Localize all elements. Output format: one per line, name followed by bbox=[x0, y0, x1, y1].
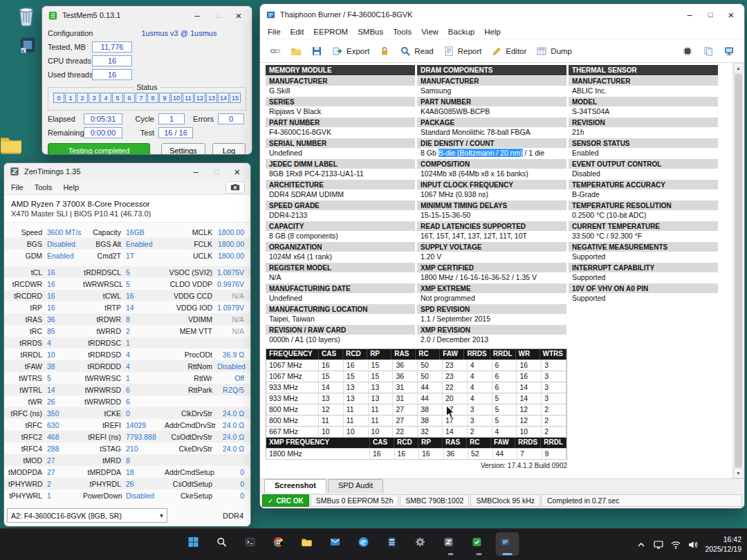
zentimings-icon[interactable] bbox=[439, 532, 462, 556]
close-button[interactable] bbox=[228, 8, 249, 23]
timing-value: 210 bbox=[126, 445, 165, 453]
log-button[interactable]: Log bbox=[212, 143, 246, 155]
chrome-icon[interactable] bbox=[268, 532, 292, 556]
thread-cell-14: 14 bbox=[218, 93, 229, 103]
scrollbar-thumb[interactable] bbox=[735, 74, 742, 467]
timing-value: 16 bbox=[47, 280, 83, 288]
tab-screenshot[interactable]: Screenshot bbox=[264, 479, 326, 493]
toolbar-label: Export bbox=[347, 47, 369, 55]
volume-icon[interactable] bbox=[688, 539, 699, 550]
recycle-bin-icon[interactable] bbox=[12, 3, 40, 29]
table-cell: 6 bbox=[492, 371, 517, 382]
used-threads-value: 16 bbox=[92, 69, 132, 80]
timing-value: 26 bbox=[126, 480, 165, 488]
field-value: 8 Gb B-die (Boltzmann / 20 nm) / 1 die bbox=[417, 148, 566, 158]
menu-file[interactable]: File bbox=[263, 26, 286, 37]
menu-help[interactable]: Help bbox=[479, 26, 506, 37]
toolbar-open-folder-button[interactable] bbox=[286, 43, 306, 59]
timing-value: 1800.00 bbox=[217, 240, 246, 248]
screenshot-camera-button[interactable] bbox=[225, 181, 245, 194]
timing-value: 1800.00 bbox=[217, 228, 246, 236]
menu-tools[interactable]: Tools bbox=[29, 181, 58, 194]
wifi-icon[interactable] bbox=[670, 539, 681, 550]
module-select-value: A2: F4-3600C16-8GVK (8GB, SR) bbox=[11, 512, 122, 520]
toolbar-monitor-button[interactable] bbox=[719, 43, 739, 59]
timing-row: tRAS36tRDWR8VDIMMN/A bbox=[4, 313, 250, 325]
table-cell: 50 bbox=[418, 360, 443, 371]
menu-edit[interactable]: Edit bbox=[286, 26, 309, 37]
edge-icon[interactable] bbox=[353, 532, 377, 556]
field-label: INTERRUPT CAPABILITY bbox=[569, 262, 718, 272]
close-button[interactable] bbox=[721, 7, 741, 22]
minimize-button[interactable] bbox=[187, 8, 208, 23]
desktop-folder-icon[interactable] bbox=[0, 131, 25, 158]
table-cell: 20 bbox=[443, 393, 468, 404]
scroll-up-button[interactable] bbox=[733, 63, 744, 73]
read-icon bbox=[400, 46, 411, 57]
table-cell: 38 bbox=[418, 416, 443, 426]
thaiphoon-icon[interactable] bbox=[495, 532, 519, 556]
mail-icon[interactable] bbox=[325, 532, 349, 556]
table-cell: 3 bbox=[542, 371, 566, 382]
module-select-dropdown[interactable]: A2: F4-3600C16-8GVK (8GB, SR) bbox=[7, 508, 167, 523]
menu-view[interactable]: View bbox=[416, 26, 443, 37]
menu-eeprom[interactable]: EEPROM bbox=[308, 26, 353, 37]
table-cell: 14 bbox=[517, 393, 542, 404]
start-button[interactable] bbox=[183, 532, 207, 556]
toolbar-clip-button[interactable] bbox=[266, 43, 285, 59]
toolbar-copy-button[interactable] bbox=[699, 43, 718, 59]
taskbar-clock[interactable]: 16:42 2025/12/19 bbox=[705, 535, 741, 554]
menu-tools[interactable]: Tools bbox=[388, 26, 416, 37]
tray-overflow-button[interactable] bbox=[636, 539, 647, 550]
scroll-down-button[interactable] bbox=[733, 468, 744, 478]
maximize-button[interactable] bbox=[206, 164, 227, 179]
timing-value: 0 bbox=[217, 468, 246, 476]
toolbar-label: Read bbox=[414, 47, 434, 55]
minimize-button[interactable] bbox=[185, 164, 206, 179]
close-button[interactable] bbox=[227, 164, 248, 179]
toolbar-read-button[interactable]: Read bbox=[396, 43, 438, 59]
thaiphoon-menubar: FileEditEEPROMSMBusToolsViewBackupHelp bbox=[260, 25, 744, 39]
toolbar-save-button[interactable] bbox=[307, 43, 326, 59]
thaiphoon-titlebar[interactable]: Thaiphoon Burner / F4-3600C16-8GVK bbox=[260, 4, 744, 25]
menu-help[interactable]: Help bbox=[57, 181, 84, 194]
toolbar-editor-button[interactable]: Editor bbox=[487, 43, 531, 59]
menu-backup[interactable]: Backup bbox=[443, 26, 479, 37]
settings-icon[interactable] bbox=[410, 532, 434, 556]
maximize-button[interactable] bbox=[208, 8, 228, 23]
file-explorer-icon[interactable] bbox=[297, 532, 320, 556]
table-cell: 4 bbox=[492, 427, 517, 437]
thread-cell-12: 12 bbox=[194, 93, 205, 103]
clock-time: 16:42 bbox=[705, 535, 741, 545]
timing-row: tRCDRD16tCWL16VDDG CCDN/A bbox=[4, 290, 250, 301]
testmem5-icon[interactable] bbox=[467, 532, 490, 556]
toolbar-dump-button[interactable]: Dump bbox=[532, 43, 576, 59]
testing-completed-button[interactable]: Testing completed bbox=[48, 143, 150, 155]
thread-cell-9: 9 bbox=[159, 93, 170, 103]
timing-value: 4 bbox=[47, 339, 83, 347]
menu-smbus[interactable]: SMBus bbox=[353, 26, 388, 37]
timing-label: tRDRDDD bbox=[83, 362, 126, 371]
zentimings-titlebar[interactable]: ZenTimings 1.35 bbox=[4, 163, 250, 180]
table-cell: 16 bbox=[344, 360, 369, 371]
toolbar-export-button[interactable]: Export bbox=[328, 43, 374, 59]
calculator-icon[interactable] bbox=[382, 532, 405, 556]
toolbar-chip-button[interactable] bbox=[678, 43, 697, 59]
timing-row: BGSDisabledBGS AltEnabledFCLK1800.00 bbox=[4, 238, 250, 250]
configuration-value[interactable]: 1usmus v3 @ 1usmus bbox=[141, 29, 216, 37]
monitor-tray-icon[interactable] bbox=[653, 539, 664, 550]
app-shortcut-icon[interactable] bbox=[14, 32, 42, 58]
vertical-scrollbar[interactable] bbox=[732, 63, 744, 478]
search-button[interactable] bbox=[212, 532, 235, 556]
menu-file[interactable]: File bbox=[6, 181, 29, 194]
maximize-button[interactable] bbox=[700, 7, 721, 22]
dump-icon bbox=[536, 46, 547, 57]
tab-spd-audit[interactable]: SPD Audit bbox=[328, 479, 383, 493]
toolbar-lock-button[interactable] bbox=[375, 43, 394, 59]
toolbar-report-button[interactable]: Report bbox=[439, 43, 486, 59]
testmem5-titlebar[interactable]: TestMem5 0.13.1 bbox=[42, 6, 252, 24]
settings-button[interactable]: Settings bbox=[161, 143, 205, 155]
minimize-button[interactable] bbox=[679, 7, 700, 22]
task-view-button[interactable] bbox=[240, 532, 264, 556]
taskbar-icons bbox=[183, 532, 519, 556]
